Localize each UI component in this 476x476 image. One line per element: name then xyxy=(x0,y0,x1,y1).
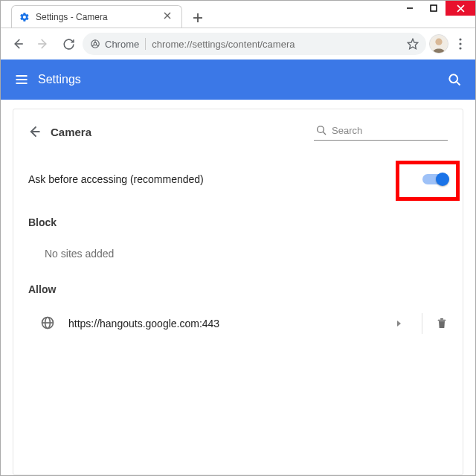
svg-line-14 xyxy=(96,45,98,46)
close-window-button[interactable] xyxy=(446,1,475,16)
header-title: Settings xyxy=(38,73,81,86)
settings-header: Settings xyxy=(1,60,475,100)
profile-avatar[interactable] xyxy=(429,34,448,54)
search-placeholder: Search xyxy=(332,125,362,136)
url-text: chrome://settings/content/camera xyxy=(152,39,295,50)
svg-line-25 xyxy=(457,82,460,86)
svg-point-11 xyxy=(94,42,97,45)
svg-point-27 xyxy=(318,126,324,133)
reload-button[interactable] xyxy=(57,33,80,55)
allow-site-row[interactable]: https://hangouts.google.com:443 xyxy=(13,301,463,346)
svg-rect-34 xyxy=(440,318,443,320)
chrome-icon xyxy=(90,39,100,49)
browser-tab[interactable]: Settings - Camera xyxy=(11,5,182,28)
block-empty-text: No sites added xyxy=(13,234,463,277)
search-icon xyxy=(315,124,327,136)
globe-icon xyxy=(40,315,57,332)
gear-icon xyxy=(19,12,30,22)
chrome-chip: Chrome xyxy=(90,39,139,50)
menu-dots-icon[interactable] xyxy=(451,38,469,50)
back-button[interactable] xyxy=(24,121,45,142)
ask-toggle[interactable] xyxy=(422,174,448,184)
menu-button[interactable] xyxy=(10,68,33,91)
delete-site-button[interactable] xyxy=(436,317,448,330)
divider xyxy=(422,313,422,334)
block-section-label: Block xyxy=(13,210,463,234)
bookmark-star-icon[interactable] xyxy=(407,38,419,50)
nav-back-button[interactable] xyxy=(7,33,29,55)
header-search-button[interactable] xyxy=(443,68,466,91)
window-controls xyxy=(398,1,475,16)
svg-point-18 xyxy=(459,38,461,40)
content-area: Camera Search Ask before accessing (reco… xyxy=(1,100,475,475)
ask-before-accessing-row: Ask before accessing (recommended) xyxy=(13,148,463,210)
setting-label: Ask before accessing (recommended) xyxy=(28,173,204,185)
svg-marker-32 xyxy=(397,321,401,327)
application-window: Settings - Camera Chrome chrome://settin… xyxy=(0,0,476,476)
svg-point-24 xyxy=(449,74,457,83)
svg-point-17 xyxy=(435,39,442,45)
close-tab-icon[interactable] xyxy=(164,12,174,22)
svg-rect-1 xyxy=(431,5,437,11)
page-title: Camera xyxy=(51,126,91,138)
address-bar[interactable]: Chrome chrome://settings/content/camera xyxy=(83,33,426,55)
chevron-right-icon[interactable] xyxy=(395,320,408,327)
new-tab-button[interactable] xyxy=(188,8,208,28)
svg-line-28 xyxy=(323,132,326,135)
browser-toolbar: Chrome chrome://settings/content/camera xyxy=(1,28,475,60)
svg-line-13 xyxy=(92,45,94,46)
allow-section-label: Allow xyxy=(13,277,463,301)
svg-marker-15 xyxy=(408,39,417,48)
svg-point-19 xyxy=(459,42,461,45)
toggle-knob xyxy=(436,173,449,186)
maximize-button[interactable] xyxy=(422,1,446,16)
page-search-field[interactable]: Search xyxy=(314,123,448,141)
minimize-button[interactable] xyxy=(398,1,422,16)
divider xyxy=(145,38,146,50)
site-url: https://hangouts.google.com:443 xyxy=(68,318,219,329)
svg-rect-33 xyxy=(438,320,446,321)
settings-card: Camera Search Ask before accessing (reco… xyxy=(13,109,463,475)
tab-title: Settings - Camera xyxy=(36,12,164,22)
card-header: Camera Search xyxy=(13,109,463,148)
nav-forward-button[interactable] xyxy=(32,33,54,55)
svg-point-20 xyxy=(459,47,461,49)
chip-label: Chrome xyxy=(105,39,139,50)
